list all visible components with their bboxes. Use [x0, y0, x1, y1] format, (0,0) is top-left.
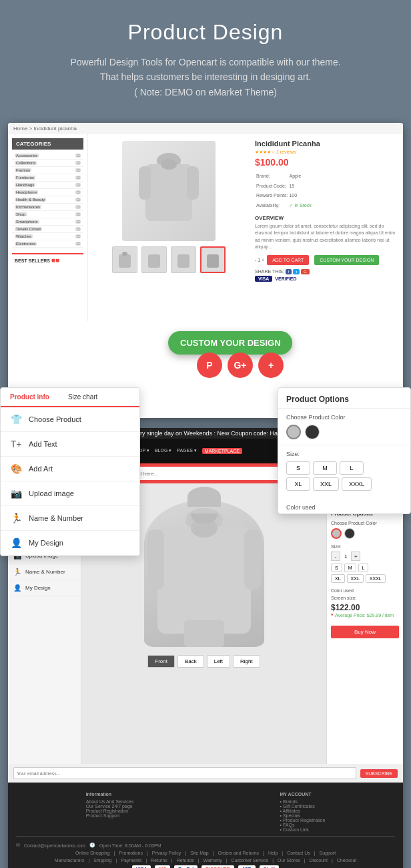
size-s[interactable]: S	[331, 564, 342, 572]
size-xxl[interactable]: XXL	[347, 574, 364, 583]
cat-item[interactable]: Towels Closet□	[12, 226, 83, 233]
svg-rect-9	[207, 254, 219, 268]
view-front-btn[interactable]: Front	[147, 655, 175, 668]
cat-item[interactable]: Kitchenwares□	[12, 204, 83, 211]
exp-size-xl[interactable]: XL	[286, 477, 310, 491]
svg-rect-12	[157, 527, 251, 634]
footer-payment-methods: VISA MC PayPal DISCOVER JCB Skrill	[16, 865, 395, 868]
exp-size-section: Size: S M L XL XXL XXXL	[278, 445, 410, 499]
cat-item[interactable]: Health & Beauty□	[12, 196, 83, 204]
best-sellers-label: BEST SELLERS ■■	[12, 253, 83, 266]
exp-menu-upload-image[interactable]: 📷 Upload image	[1, 481, 139, 506]
nav-pages[interactable]: PAGES ▾	[177, 448, 197, 454]
product-images-area	[88, 134, 250, 321]
exp-tab-size-chart[interactable]: Size chart	[59, 388, 107, 406]
subscribe-button[interactable]: SUBSCRIBE	[360, 769, 398, 778]
exp-menu-name-number[interactable]: 🏃 Name & Number	[1, 506, 139, 531]
size-m[interactable]: M	[344, 564, 356, 572]
exp-size-xxl[interactable]: XXL	[313, 477, 339, 491]
gplus-btn[interactable]: G+	[228, 353, 253, 378]
footer-col1: Information About Us And Services Our Se…	[86, 792, 134, 832]
expanded-right-panel: Product Options Choose Product Color Siz…	[278, 387, 411, 514]
cat-item[interactable]: Furnitures□	[12, 174, 83, 182]
size-section: Size: - 1 + S M L XL XXL XXXL	[331, 544, 399, 583]
thumb2[interactable]	[141, 246, 167, 273]
product-detail-area: Incididunt Picanha ★★★★☆ 1 reviews $100.…	[250, 134, 403, 321]
view-left-btn[interactable]: Left	[207, 655, 230, 668]
price-display: $122.00	[331, 603, 399, 612]
price-section: $122.00 ▾ Average Price: $29.99 / item	[331, 603, 399, 618]
svg-rect-1	[145, 164, 192, 221]
color-swatch-silver[interactable]	[331, 528, 342, 539]
nav-blog[interactable]: BLOG ▾	[155, 448, 171, 454]
add-to-cart-button[interactable]: ADD TO CART	[267, 255, 309, 265]
search-input[interactable]	[117, 467, 288, 480]
svg-rect-16	[184, 620, 224, 647]
cat-item[interactable]: Smartphone□	[12, 218, 83, 226]
product-meta: Brand:Apple Product Code:15 Reward Point…	[255, 171, 313, 211]
exp-menu-my-design[interactable]: 👤 My Design	[1, 531, 139, 556]
cat-item[interactable]: Shop□	[12, 211, 83, 218]
exp-tab-product-info[interactable]: Product info	[1, 388, 59, 407]
size-row-2: XL XXL XXXL	[331, 574, 399, 583]
cat-item[interactable]: Collections□	[12, 160, 83, 167]
exp-menu-choose-product[interactable]: 👕 Choose Product	[1, 407, 139, 432]
size-xxxl[interactable]: XXXL	[366, 574, 386, 583]
view-right-btn[interactable]: Right	[233, 655, 260, 668]
size-l[interactable]: L	[358, 564, 369, 572]
page-title: Product Design	[27, 20, 384, 45]
cat-item[interactable]: Watches□	[12, 233, 83, 240]
thumb4-active[interactable]	[200, 246, 226, 273]
buy-now-button[interactable]: Buy Now	[331, 626, 399, 638]
qty-plus[interactable]: +	[351, 552, 360, 561]
cat-item[interactable]: Handbags□	[12, 182, 83, 189]
action-buttons: - 1 + ADD TO CART CUSTOM YOUR DESIGN	[255, 255, 398, 265]
svg-rect-3	[139, 166, 151, 200]
exp-menu-add-art[interactable]: 🎨 Add Art	[1, 457, 139, 481]
thumb3[interactable]	[171, 246, 196, 273]
plus-btn[interactable]: +	[258, 353, 284, 378]
design-right-panel: 💾 Save 👁 View 🔍 Zoom ↗ Share ✓ Sele	[326, 483, 403, 764]
nav-marketplace[interactable]: MARKETPLACE	[202, 448, 242, 454]
cat-item[interactable]: Headphone□	[12, 189, 83, 196]
exp-size-s[interactable]: S	[286, 461, 310, 475]
exp-size-row-1: S M L	[286, 461, 402, 475]
custom-design-overlay: CUSTOM YOUR DESIGN P G+ +	[8, 321, 403, 375]
email-bar: SUBSCRIBE	[8, 764, 403, 783]
store-footer: Information About Us And Services Our Se…	[8, 783, 403, 868]
color-swatch-dark[interactable]	[344, 528, 355, 539]
exp-swatch-dark[interactable]	[305, 425, 320, 439]
pinterest-btn[interactable]: P	[197, 353, 222, 378]
exp-size-l[interactable]: L	[340, 461, 364, 475]
svg-point-2	[161, 159, 177, 170]
svg-point-6	[122, 252, 127, 256]
discover-badge: DISCOVER	[201, 865, 234, 868]
email-input[interactable]	[13, 767, 356, 779]
exp-swatch-silver[interactable]	[286, 425, 301, 439]
exp-color-swatches	[286, 425, 402, 439]
cat-item[interactable]: Fashion□	[12, 167, 83, 174]
footer-links2: Manufacturers | Shipping | Payments | Re…	[16, 858, 395, 863]
size-xl[interactable]: XL	[331, 574, 345, 583]
custom-design-bubble[interactable]: CUSTOM YOUR DESIGN	[168, 331, 292, 355]
payment-icons: VISA VERIFIED	[255, 276, 398, 281]
overview-text: Lorem ipsum dolor sit amet, consectetur …	[255, 223, 398, 251]
exp-menu-add-text[interactable]: T+ Add Text	[1, 432, 139, 457]
hoodie-canvas-svg	[144, 500, 264, 647]
exp-size-xxxl[interactable]: XXXL	[342, 477, 372, 491]
hoodie-svg	[135, 148, 202, 234]
cat-item[interactable]: Electronics□	[12, 240, 83, 248]
breadcrumb: Home > Incididunt picanha	[8, 123, 403, 134]
svg-rect-15	[244, 529, 261, 590]
exp-size-m[interactable]: M	[313, 461, 337, 475]
exp-color-section: Choose Product Color	[278, 409, 410, 445]
svg-rect-4	[187, 166, 199, 200]
custom-design-button-small[interactable]: CUSTOM YOUR DESIGN	[314, 255, 379, 265]
cat-item[interactable]: Accessories□	[12, 152, 83, 160]
menu-name-number[interactable]: 🏃 Name & Number	[8, 564, 81, 580]
exp-art-icon: 🎨	[10, 463, 22, 474]
view-back-btn[interactable]: Back	[177, 655, 204, 668]
qty-minus[interactable]: -	[331, 552, 340, 561]
thumb1[interactable]	[112, 246, 137, 273]
menu-my-design[interactable]: 👤 My Design	[8, 580, 81, 596]
